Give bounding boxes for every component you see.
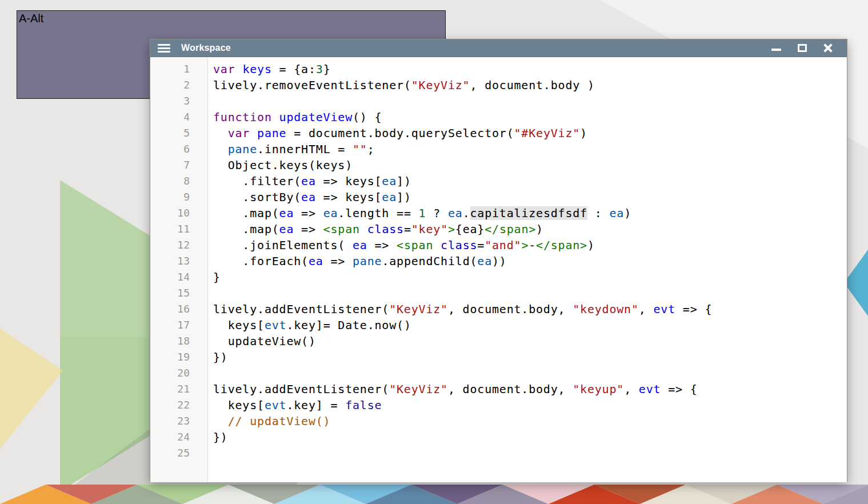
code-line[interactable]: 5 var pane = document.body.querySelector… (150, 125, 847, 141)
code-line-text: .forEach(ea => pane.appendChild(ea)) (207, 253, 507, 269)
code-line[interactable]: 14} (150, 269, 847, 285)
code-line-text (207, 445, 213, 461)
code-line-text (207, 93, 213, 109)
line-number: 16 (150, 301, 207, 317)
code-line-text: }) (207, 429, 228, 445)
code-line-text: keys[evt.key] = false (207, 397, 382, 413)
minimize-icon (771, 49, 781, 51)
code-line[interactable]: 13 .forEach(ea => pane.appendChild(ea)) (150, 253, 847, 269)
line-number: 24 (150, 429, 207, 445)
code-line[interactable]: 25 (150, 445, 847, 461)
code-line[interactable]: 1var keys = {a:3} (150, 61, 847, 77)
code-lines: 1var keys = {a:3}2lively.removeEventList… (150, 57, 847, 461)
maximize-button[interactable] (797, 43, 807, 53)
a-alt-label: A-Alt (17, 11, 45, 26)
code-line[interactable]: 23 // updatView() (150, 413, 847, 429)
code-line[interactable]: 17 keys[evt.key]= Date.now() (150, 317, 847, 333)
line-number: 15 (150, 285, 207, 301)
code-line-text: .map(ea => <span class="key">{ea}</span>… (207, 221, 543, 237)
code-line[interactable]: 19}) (150, 349, 847, 365)
code-line-text (207, 285, 213, 301)
code-line[interactable]: 9 .sortBy(ea => keys[ea]) (150, 189, 847, 205)
line-number: 20 (150, 365, 207, 381)
background-triangle-yellow (0, 329, 63, 449)
line-number: 17 (150, 317, 207, 333)
code-line[interactable]: 6 pane.innerHTML = ""; (150, 141, 847, 157)
code-line-text (207, 365, 213, 381)
line-number: 18 (150, 333, 207, 349)
code-line[interactable]: 12 .joinElements( ea => <span class="and… (150, 237, 847, 253)
line-number: 22 (150, 397, 207, 413)
line-number: 12 (150, 237, 207, 253)
window-title: Workspace (181, 43, 231, 53)
line-number: 9 (150, 189, 207, 205)
code-line[interactable]: 10 .map(ea => ea.length == 1 ? ea.capita… (150, 205, 847, 221)
code-line[interactable]: 20 (150, 365, 847, 381)
code-line-text: updateView() (207, 333, 316, 349)
code-line[interactable]: 16lively.addEventListener("KeyViz", docu… (150, 301, 847, 317)
line-number: 4 (150, 109, 207, 125)
code-line-text: .filter(ea => keys[ea]) (207, 173, 411, 189)
window-controls (771, 43, 833, 53)
code-editor[interactable]: 1var keys = {a:3}2lively.removeEventList… (150, 57, 847, 482)
window-titlebar[interactable]: Workspace (150, 39, 847, 57)
line-number: 19 (150, 349, 207, 365)
code-line-text: keys[evt.key]= Date.now() (207, 317, 411, 333)
code-line[interactable]: 18 updateView() (150, 333, 847, 349)
code-line-text: } (207, 269, 221, 285)
line-number: 11 (150, 221, 207, 237)
bottom-strip (0, 485, 868, 504)
menu-icon[interactable] (158, 44, 170, 53)
code-line[interactable]: 4function updateView() { (150, 109, 847, 125)
code-line[interactable]: 11 .map(ea => <span class="key">{ea}</sp… (150, 221, 847, 237)
line-number: 23 (150, 413, 207, 429)
line-number: 8 (150, 173, 207, 189)
line-number: 13 (150, 253, 207, 269)
line-number: 25 (150, 445, 207, 461)
code-line[interactable]: 3 (150, 93, 847, 109)
code-line-text: .joinElements( ea => <span class="and">-… (207, 237, 595, 253)
code-line-text: Object.keys(keys) (207, 157, 353, 173)
line-number: 5 (150, 125, 207, 141)
line-number: 21 (150, 381, 207, 397)
code-line-text: lively.addEventListener("KeyViz", docume… (207, 381, 698, 397)
code-line-text: .sortBy(ea => keys[ea]) (207, 189, 411, 205)
code-line-text: lively.removeEventListener("KeyViz", doc… (207, 77, 595, 93)
code-line-text: var pane = document.body.querySelector("… (207, 125, 587, 141)
line-number: 14 (150, 269, 207, 285)
code-line-text: lively.addEventListener("KeyViz", docume… (207, 301, 712, 317)
line-number: 6 (150, 141, 207, 157)
code-line-text: pane.innerHTML = ""; (207, 141, 375, 157)
code-line-text: .map(ea => ea.length == 1 ? ea.capitaliz… (207, 205, 631, 221)
line-number: 7 (150, 157, 207, 173)
code-line-text: }) (207, 349, 228, 365)
workspace-window: Workspace 1var keys = {a:3}2lively.remov… (150, 39, 847, 482)
background-triangle-teal (844, 250, 868, 316)
maximize-icon (798, 44, 807, 52)
code-line[interactable]: 8 .filter(ea => keys[ea]) (150, 173, 847, 189)
code-line-text: // updatView() (207, 413, 330, 429)
code-line[interactable]: 7 Object.keys(keys) (150, 157, 847, 173)
desktop: A-Alt Workspace 1var keys = {a:3}2lively… (0, 0, 868, 504)
line-number: 2 (150, 77, 207, 93)
code-line[interactable]: 15 (150, 285, 847, 301)
minimize-button[interactable] (771, 43, 782, 53)
code-line[interactable]: 21lively.addEventListener("KeyViz", docu… (150, 381, 847, 397)
code-line[interactable]: 2lively.removeEventListener("KeyViz", do… (150, 77, 847, 93)
highlighted-token: capitalizesdfsdf (470, 206, 587, 220)
line-number: 1 (150, 61, 207, 77)
line-number: 10 (150, 205, 207, 221)
code-line-text: function updateView() { (207, 109, 382, 125)
code-line[interactable]: 24}) (150, 429, 847, 445)
code-line-text: var keys = {a:3} (207, 61, 330, 77)
code-line[interactable]: 22 keys[evt.key] = false (150, 397, 847, 413)
line-number: 3 (150, 93, 207, 109)
close-button[interactable] (823, 43, 833, 53)
